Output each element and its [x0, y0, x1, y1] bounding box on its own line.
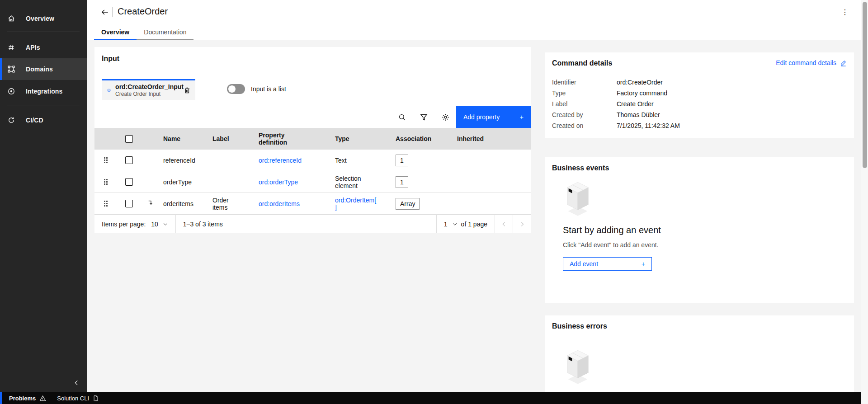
property-definition-link[interactable]: ord:orderType	[259, 179, 298, 186]
property-definition-link[interactable]: ord:referenceId	[259, 157, 302, 164]
detail-label: Created by	[552, 111, 617, 118]
sidebar: Overview APIs Domains Integrations CI/CD	[0, 0, 87, 392]
edit-pencil-icon	[840, 60, 847, 66]
drag-handle-icon[interactable]	[94, 201, 122, 207]
sidebar-divider	[7, 105, 80, 105]
add-property-label: Add property	[463, 113, 500, 121]
problems-button[interactable]: Problems	[4, 392, 52, 404]
trash-icon	[184, 87, 191, 94]
detail-row: Type Factory command	[552, 88, 680, 99]
input-is-list-toggle[interactable]: Input is a list	[227, 84, 286, 94]
cell-name: referenceId	[163, 157, 212, 164]
toggle-track[interactable]	[227, 84, 245, 94]
association-badge[interactable]: 1	[396, 176, 408, 188]
sidebar-item-label: CI/CD	[26, 117, 43, 124]
detail-value: ord:CreateOrder	[617, 79, 663, 86]
sidebar-item-integrations[interactable]: Integrations	[0, 80, 87, 102]
overflow-menu-icon[interactable]: ⋮	[839, 6, 851, 18]
edit-command-details-link[interactable]: Edit command details	[776, 59, 847, 66]
input-card-title: Input	[102, 55, 119, 63]
column-header-association[interactable]: Association	[396, 135, 457, 142]
chevron-right-icon	[519, 221, 525, 227]
plus-icon: +	[520, 113, 524, 121]
association-badge[interactable]: 1	[396, 155, 408, 166]
input-description: Create Order Input	[115, 91, 184, 97]
integration-icon	[8, 88, 15, 95]
cell-type: Text	[335, 157, 372, 164]
delete-input-button[interactable]	[184, 85, 191, 95]
sidebar-collapse-button[interactable]	[0, 373, 87, 392]
business-events-card: Business events Start by adding an event…	[545, 157, 854, 303]
table-search-button[interactable]	[391, 106, 413, 128]
property-definition-link[interactable]: ord:orderItems	[259, 200, 300, 207]
command-details-card: Command details Edit command details Ide…	[545, 52, 854, 138]
sidebar-item-label: Domains	[26, 66, 53, 73]
column-header-name[interactable]: Name	[163, 135, 212, 142]
page-title: CreateOrder	[118, 6, 168, 17]
cicd-icon	[8, 117, 15, 124]
row-checkbox[interactable]	[125, 200, 133, 207]
row-checkbox[interactable]	[125, 178, 133, 186]
search-icon	[398, 113, 406, 121]
type-link[interactable]: ord:OrderItem[ ]	[335, 197, 376, 211]
table-row[interactable]: orderItems Order items ord:orderItems or…	[94, 193, 531, 215]
sidebar-item-apis[interactable]: APIs	[0, 37, 87, 58]
drag-handle-icon[interactable]	[94, 157, 122, 163]
column-header-label[interactable]: Label	[212, 135, 259, 142]
previous-page-button[interactable]	[495, 215, 513, 233]
solution-cli-button[interactable]: Solution CLI	[52, 392, 104, 404]
tab-overview[interactable]: Overview	[94, 25, 137, 40]
table-row[interactable]: referenceId ord:referenceId Text 1	[94, 150, 531, 171]
gear-icon	[442, 113, 449, 121]
file-icon	[93, 395, 99, 402]
column-header-inherited[interactable]: Inherited	[457, 135, 531, 142]
chevron-left-icon	[501, 221, 507, 227]
sidebar-item-overview[interactable]: Overview	[0, 8, 87, 29]
toggle-knob	[228, 85, 236, 93]
tab-documentation[interactable]: Documentation	[137, 25, 193, 40]
drag-handle-icon[interactable]	[94, 179, 122, 185]
detail-label: Type	[552, 89, 617, 97]
page-of-label: of 1 page	[461, 221, 487, 228]
table-row[interactable]: orderType ord:orderType Selection elemen…	[94, 171, 531, 193]
detail-row: Identifier ord:CreateOrder	[552, 77, 680, 88]
cell-name: orderType	[163, 179, 212, 186]
status-bar: Problems Solution CLI	[0, 392, 861, 404]
cube-icon	[107, 86, 111, 95]
detail-value: 7/1/2025, 11:42:32 AM	[617, 122, 680, 129]
cell-label: Order items	[212, 197, 241, 211]
sidebar-divider	[7, 32, 80, 32]
sidebar-item-label: Overview	[26, 15, 54, 22]
sidebar-item-domains[interactable]: Domains	[0, 58, 87, 80]
problems-label: Problems	[9, 395, 36, 402]
items-per-page-value: 10	[151, 221, 158, 228]
pagination-bar: Items per page: 10 1–3 of 3 items 1 of 1…	[94, 215, 531, 233]
status-bar-accent	[0, 392, 2, 404]
association-badge[interactable]: Array	[396, 198, 420, 210]
hash-icon	[8, 44, 15, 51]
add-property-button[interactable]: Add property +	[456, 106, 531, 128]
next-page-button[interactable]	[513, 215, 531, 233]
sidebar-item-cicd[interactable]: CI/CD	[0, 109, 87, 131]
detail-row: Created on 7/1/2025, 11:42:32 AM	[552, 120, 680, 131]
select-all-checkbox[interactable]	[125, 135, 133, 143]
page-select[interactable]: 1	[444, 221, 458, 228]
back-button[interactable]	[100, 8, 109, 17]
items-per-page-select[interactable]: 10	[151, 221, 168, 228]
selected-input-tile[interactable]: ord:CreateOrder_Input Create Order Input	[102, 79, 195, 100]
main-content: CreateOrder ⋮ Overview Documentation Inp…	[87, 0, 861, 392]
arrow-left-icon	[101, 8, 109, 16]
row-checkbox[interactable]	[125, 156, 133, 164]
cell-type: Selection element	[335, 175, 372, 189]
table-filter-button[interactable]	[413, 106, 434, 128]
filter-icon	[420, 113, 428, 121]
title-separator	[113, 7, 113, 17]
page-header: CreateOrder ⋮ Overview Documentation	[87, 0, 861, 40]
table-settings-button[interactable]	[434, 106, 456, 128]
scrollbar-thumb[interactable]	[863, 2, 867, 168]
vertical-scrollbar[interactable]	[861, 0, 868, 404]
column-header-type[interactable]: Type	[335, 135, 396, 142]
sidebar-item-label: Integrations	[26, 88, 62, 95]
column-header-property-definition[interactable]: Property definition	[259, 132, 296, 146]
add-event-button[interactable]: Add event +	[563, 257, 652, 271]
